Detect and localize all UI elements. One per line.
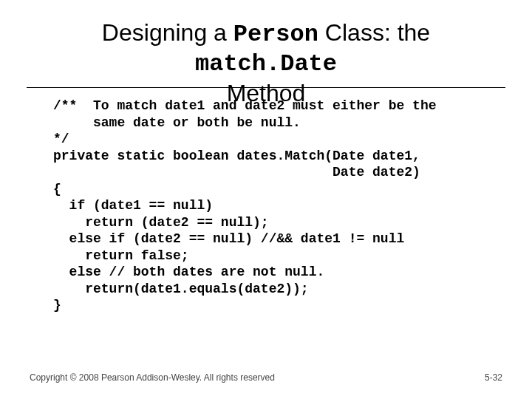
code-line: } (53, 298, 61, 313)
code-line: return false; (53, 248, 189, 263)
code-line: /** To match date1 and date2 must either… (53, 98, 436, 113)
code-line: if (date1 == null) (53, 198, 213, 213)
slide-title: Designing a Person Class: the match.Date… (30, 19, 502, 106)
title-divider (27, 87, 505, 88)
footer-copyright: Copyright © 2008 Pearson Addison-Wesley.… (30, 372, 275, 383)
title-text-pre: Designing a (102, 19, 233, 46)
title-mono-method: match.Date (195, 50, 337, 78)
code-line: return(date1.equals(date2)); (53, 282, 309, 296)
code-block: /** To match date1 and date2 must either… (53, 98, 497, 314)
title-text-mid: Class: the (318, 19, 430, 46)
code-line: private static boolean dates.Match(Date … (53, 149, 420, 163)
code-line: else if (date2 == null) //&& date1 != nu… (53, 231, 404, 246)
code-line: */ (53, 132, 69, 146)
footer-page-number: 5-32 (485, 372, 502, 383)
code-line: same date or both be null. (53, 115, 301, 130)
code-line: else // both dates are not null. (53, 265, 324, 279)
slide: Designing a Person Class: the match.Date… (0, 0, 532, 399)
code-line: return (date2 == null); (53, 215, 269, 230)
code-line: { (53, 182, 61, 197)
title-mono-person: Person (233, 21, 318, 48)
code-line: Date date2) (53, 165, 420, 180)
